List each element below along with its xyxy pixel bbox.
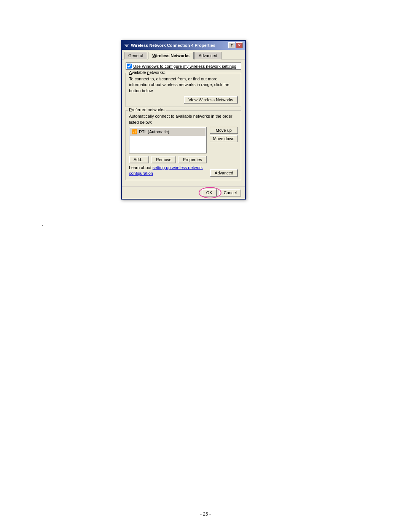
network-controls: 📶 RTL (Automatic) Move up Move down — [129, 127, 238, 153]
dialog-title: Wireless Network Connection 4 Properties — [131, 43, 215, 48]
tab-wireless-networks[interactable]: Wireless Networks — [148, 52, 194, 59]
properties-button[interactable]: Properties — [178, 156, 207, 163]
preferred-networks-description: Automatically connect to available netwo… — [129, 113, 238, 125]
tab-bar: General Wireless Networks Advanced — [122, 50, 245, 59]
page-number: - 25 - — [200, 511, 211, 517]
view-wireless-networks-button[interactable]: View Wireless Networks — [184, 96, 238, 104]
tab-general[interactable]: General — [124, 52, 147, 59]
svg-rect-0 — [126, 46, 127, 47]
svg-rect-1 — [125, 45, 128, 46]
preferred-networks-content: Automatically connect to available netwo… — [129, 113, 238, 177]
learn-text: Learn about setting up wireless networkc… — [129, 165, 203, 177]
network-name: RTL (Automatic) — [139, 129, 169, 135]
close-button[interactable]: ✕ — [236, 42, 243, 48]
title-bar: Wireless Network Connection 4 Properties… — [122, 41, 245, 50]
move-up-button[interactable]: Move up — [210, 127, 238, 134]
page-dot: . — [42, 221, 43, 227]
advanced-button[interactable]: Advanced — [210, 169, 238, 177]
remove-button[interactable]: Remove — [151, 156, 176, 163]
checkbox-label: Use Windows to configure my wireless net… — [133, 64, 236, 69]
ok-button-wrapper: OK — [202, 189, 217, 197]
preferred-networks-label: Preferred networks: — [128, 107, 166, 112]
network-list[interactable]: 📶 RTL (Automatic) — [129, 127, 207, 153]
use-windows-checkbox[interactable] — [127, 64, 132, 69]
move-buttons: Move up Move down — [210, 127, 238, 142]
network-signal-icon: 📶 — [132, 129, 137, 135]
preferred-networks-group: Preferred networks: Automatically connec… — [126, 110, 241, 180]
title-controls: ? ✕ — [228, 42, 243, 48]
dialog-content: Use Windows to configure my wireless net… — [122, 59, 245, 186]
svg-rect-2 — [124, 44, 129, 45]
available-networks-label: Available networks: — [128, 70, 166, 75]
help-button[interactable]: ? — [228, 42, 235, 48]
list-item[interactable]: 📶 RTL (Automatic) — [130, 128, 206, 136]
available-networks-content: To connect to, disconnect from, or find … — [129, 76, 238, 104]
tab-advanced[interactable]: Advanced — [194, 52, 221, 59]
use-windows-checkbox-row: Use Windows to configure my wireless net… — [126, 62, 241, 70]
properties-dialog: Wireless Network Connection 4 Properties… — [121, 40, 246, 200]
available-networks-group: Available networks: To connect to, disco… — [126, 73, 241, 107]
available-networks-description: To connect to, disconnect from, or find … — [129, 76, 238, 94]
dialog-bottom: OK Cancel — [122, 186, 245, 199]
cancel-button[interactable]: Cancel — [219, 189, 241, 197]
action-buttons: Add... Remove Properties — [129, 156, 238, 163]
network-list-area: 📶 RTL (Automatic) — [129, 127, 207, 153]
ok-button[interactable]: OK — [202, 189, 217, 197]
move-down-button[interactable]: Move down — [210, 135, 238, 142]
add-button[interactable]: Add... — [129, 156, 149, 163]
dialog-icon — [124, 43, 129, 48]
learn-row: Learn about setting up wireless networkc… — [129, 165, 238, 177]
